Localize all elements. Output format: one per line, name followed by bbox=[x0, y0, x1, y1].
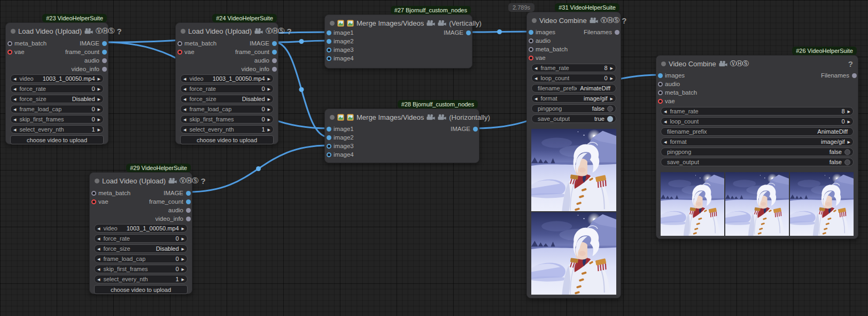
input-port-meta_batch[interactable] bbox=[177, 41, 182, 46]
collapse-toggle[interactable] bbox=[95, 179, 99, 183]
output-port-frame_count[interactable] bbox=[186, 199, 191, 204]
node-title-bar[interactable]: Video CombineⓋⒽⓈ? bbox=[527, 12, 621, 28]
node-28[interactable]: #28 Bjornulf_custom_nodesMerge Images/Vi… bbox=[324, 109, 479, 163]
input-port-images[interactable] bbox=[658, 73, 663, 78]
input-port-audio[interactable] bbox=[658, 82, 663, 87]
skip_first_frames-widget[interactable]: ◀skip_first_frames0▶ bbox=[94, 265, 188, 273]
choose-video-to-upload-button[interactable]: choose video to upload bbox=[94, 285, 188, 294]
combo-right-arrow-icon[interactable]: ▶ bbox=[182, 227, 184, 230]
combo-left-arrow-icon[interactable]: ◀ bbox=[13, 77, 16, 81]
combo-right-arrow-icon[interactable]: ▶ bbox=[98, 107, 100, 111]
output-port-audio[interactable] bbox=[102, 58, 107, 63]
input-port-image3[interactable] bbox=[327, 48, 331, 52]
combo-left-arrow-icon[interactable]: ◀ bbox=[97, 278, 100, 281]
choose-video-to-upload-button[interactable]: choose video to upload bbox=[180, 135, 274, 144]
combo-left-arrow-icon[interactable]: ◀ bbox=[97, 257, 100, 261]
input-port-image1[interactable] bbox=[327, 127, 331, 132]
input-port-vae[interactable] bbox=[529, 56, 533, 60]
pingpong-widget[interactable]: pingpongfalse bbox=[661, 148, 854, 156]
toggle-knob[interactable] bbox=[607, 116, 613, 122]
input-port-image4[interactable] bbox=[327, 152, 331, 157]
force_size-widget[interactable]: ◀force_sizeDisabled▶ bbox=[180, 95, 274, 103]
loop_count-widget[interactable]: ◀loop_count0▶ bbox=[661, 117, 854, 126]
combo-right-arrow-icon[interactable]: ▶ bbox=[98, 77, 100, 81]
output-port-video_info[interactable] bbox=[102, 67, 107, 72]
combo-right-arrow-icon[interactable]: ▶ bbox=[268, 87, 270, 91]
combo-left-arrow-icon[interactable]: ◀ bbox=[183, 77, 186, 81]
input-port-image3[interactable] bbox=[327, 144, 331, 149]
link-midpoint-dot[interactable] bbox=[256, 166, 261, 171]
select_every_nth-widget[interactable]: ◀select_every_nth1▶ bbox=[94, 275, 188, 283]
combo-left-arrow-icon[interactable]: ◀ bbox=[97, 267, 100, 271]
combo-right-arrow-icon[interactable]: ▶ bbox=[268, 97, 270, 101]
input-port-image2[interactable] bbox=[327, 39, 331, 44]
combo-right-arrow-icon[interactable]: ▶ bbox=[610, 97, 613, 101]
help-icon[interactable]: ? bbox=[117, 27, 122, 36]
combo-right-arrow-icon[interactable]: ▶ bbox=[182, 267, 184, 271]
combo-right-arrow-icon[interactable]: ▶ bbox=[182, 257, 184, 261]
output-port-audio[interactable] bbox=[186, 208, 191, 213]
link-midpoint-dot[interactable] bbox=[299, 39, 304, 44]
input-port-audio[interactable] bbox=[529, 38, 533, 43]
collapse-toggle[interactable] bbox=[181, 29, 185, 34]
skip_first_frames-widget[interactable]: ◀skip_first_frames0▶ bbox=[180, 115, 274, 124]
combo-left-arrow-icon[interactable]: ◀ bbox=[97, 247, 100, 251]
combo-right-arrow-icon[interactable]: ▶ bbox=[98, 128, 100, 132]
combo-left-arrow-icon[interactable]: ◀ bbox=[13, 128, 16, 132]
node-27[interactable]: #27 Bjornulf_custom_nodesMerge Images/Vi… bbox=[324, 14, 472, 68]
output-port-IMAGE[interactable] bbox=[473, 127, 478, 132]
combo-right-arrow-icon[interactable]: ▶ bbox=[848, 120, 850, 124]
output-port-frame_count[interactable] bbox=[272, 50, 277, 55]
save_output-widget[interactable]: save_outputtrue bbox=[531, 114, 616, 123]
help-icon[interactable]: ? bbox=[848, 59, 853, 68]
combo-left-arrow-icon[interactable]: ◀ bbox=[534, 66, 537, 70]
video-widget[interactable]: ◀video1003_1_00050.mp4▶ bbox=[180, 74, 274, 83]
combo-right-arrow-icon[interactable]: ▶ bbox=[848, 110, 850, 113]
link-midpoint-dot[interactable] bbox=[497, 29, 502, 34]
select_every_nth-widget[interactable]: ◀select_every_nth1▶ bbox=[180, 125, 274, 134]
combo-left-arrow-icon[interactable]: ◀ bbox=[664, 120, 666, 124]
choose-video-to-upload-button[interactable]: choose video to upload bbox=[10, 135, 104, 144]
output-port-video_info[interactable] bbox=[186, 217, 191, 221]
link-midpoint-dot[interactable] bbox=[299, 87, 304, 92]
toggle-knob[interactable] bbox=[844, 149, 850, 155]
output-port-video_info[interactable] bbox=[272, 67, 277, 72]
frame_load_cap-widget[interactable]: ◀frame_load_cap0▶ bbox=[10, 105, 104, 113]
collapse-toggle[interactable] bbox=[661, 61, 666, 66]
combo-right-arrow-icon[interactable]: ▶ bbox=[98, 97, 100, 101]
collapse-toggle[interactable] bbox=[330, 115, 335, 120]
combo-left-arrow-icon[interactable]: ◀ bbox=[664, 110, 666, 113]
node-23[interactable]: #23 VideoHelperSuiteLoad Video (Upload)Ⓥ… bbox=[5, 22, 108, 144]
combo-left-arrow-icon[interactable]: ◀ bbox=[97, 227, 100, 230]
video-widget[interactable]: ◀video1003_1_00050.mp4▶ bbox=[10, 74, 104, 83]
output-port-Filenames[interactable] bbox=[852, 73, 857, 78]
combo-right-arrow-icon[interactable]: ▶ bbox=[98, 118, 100, 121]
combo-left-arrow-icon[interactable]: ◀ bbox=[664, 140, 666, 144]
filename_prefix-widget[interactable]: filename_prefixAnimateDiff bbox=[531, 84, 616, 93]
combo-left-arrow-icon[interactable]: ◀ bbox=[534, 76, 537, 80]
combo-left-arrow-icon[interactable]: ◀ bbox=[13, 87, 16, 91]
force_size-widget[interactable]: ◀force_sizeDisabled▶ bbox=[94, 244, 188, 253]
help-icon[interactable]: ? bbox=[622, 16, 626, 25]
pingpong-widget[interactable]: pingpongfalse bbox=[531, 104, 616, 113]
frame_rate-widget[interactable]: ◀frame_rate8▶ bbox=[661, 107, 854, 115]
output-port-IMAGE[interactable] bbox=[272, 41, 277, 46]
combo-right-arrow-icon[interactable]: ▶ bbox=[182, 247, 184, 251]
combo-right-arrow-icon[interactable]: ▶ bbox=[848, 140, 850, 144]
toggle-knob[interactable] bbox=[607, 106, 613, 112]
input-port-vae[interactable] bbox=[7, 50, 12, 55]
combo-right-arrow-icon[interactable]: ▶ bbox=[268, 118, 270, 121]
combo-left-arrow-icon[interactable]: ◀ bbox=[97, 237, 100, 241]
collapse-toggle[interactable] bbox=[11, 29, 15, 34]
combo-right-arrow-icon[interactable]: ▶ bbox=[98, 87, 100, 91]
format-widget[interactable]: ◀formatimage/gif▶ bbox=[531, 94, 616, 103]
collapse-toggle[interactable] bbox=[330, 21, 335, 26]
select_every_nth-widget[interactable]: ◀select_every_nth1▶ bbox=[10, 125, 104, 134]
toggle-knob[interactable] bbox=[844, 159, 850, 165]
frame_load_cap-widget[interactable]: ◀frame_load_cap0▶ bbox=[180, 105, 274, 113]
combo-right-arrow-icon[interactable]: ▶ bbox=[610, 66, 613, 70]
combo-left-arrow-icon[interactable]: ◀ bbox=[13, 107, 16, 111]
force_rate-widget[interactable]: ◀force_rate0▶ bbox=[180, 84, 274, 93]
node-24[interactable]: #24 VideoHelperSuiteLoad Video (Upload)Ⓥ… bbox=[175, 22, 278, 144]
help-icon[interactable]: ? bbox=[201, 176, 206, 186]
